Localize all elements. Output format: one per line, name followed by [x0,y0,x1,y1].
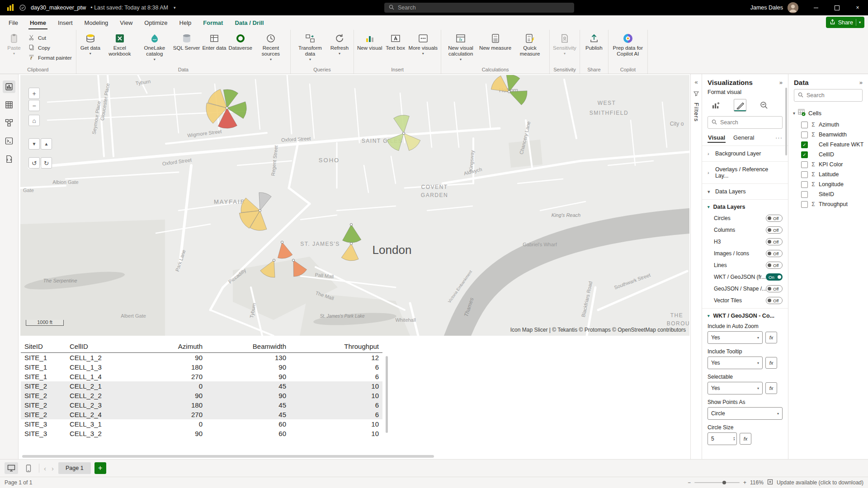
field-cell-feature-wkt[interactable]: ✓Cell Feature WKT [788,140,868,150]
ribbon-button-copy[interactable]: Copy [28,44,72,52]
field-cellid[interactable]: ✓CellID [788,150,868,160]
dropdown-show-points-as[interactable]: Circle▾ [708,407,783,420]
expand-filters-icon[interactable]: « [694,79,698,85]
zoom-out-icon[interactable]: − [688,479,691,486]
column-header-siteid[interactable]: SiteID [21,341,66,353]
table-row[interactable]: SITE_1CELL_1_4270906 [21,372,382,381]
toggle-geojson-shape[interactable]: Off [766,285,783,292]
table-scrollbar[interactable] [386,356,388,433]
column-header-azimuth[interactable]: Azimuth [134,341,206,353]
rotate-cw-button[interactable]: ↻ [41,157,52,169]
more-options-icon[interactable]: ··· [775,134,783,141]
visualizations-scrollbar[interactable] [785,88,787,155]
field-throughput[interactable]: ΣThroughput [788,199,868,209]
close-button[interactable]: × [847,0,868,15]
dropdown-include-in-auto-zoom[interactable]: Yes▾ [708,331,763,344]
ribbon-button-more-visuals[interactable]: More visuals▾ [408,31,439,56]
canvas-hscrollbar[interactable] [22,455,687,458]
prev-page-icon[interactable]: ‹ [43,465,47,472]
checkbox-latitude[interactable] [801,171,808,178]
collapse-data-icon[interactable]: » [859,79,863,86]
toggle-images-icons[interactable]: Off [766,250,783,257]
ribbon-button-excel-workbook[interactable]: Excel workbook [103,31,137,57]
pitch-down-button[interactable]: ▼ [28,138,40,150]
chevron-down-icon[interactable]: ▾ [793,111,795,116]
title-chevron-icon[interactable]: ▾ [174,5,176,10]
field-longitude[interactable]: ΣLongitude [788,179,868,189]
toggle-vector-tiles[interactable]: Off [766,297,783,304]
ribbon-button-onelake-catalog[interactable]: OneLake catalog▾ [137,31,172,62]
page-tab-1[interactable]: Page 1 [58,462,91,474]
tab-visual[interactable]: Visual [708,132,726,143]
section-overlays-reference-lay[interactable]: ›Overlays / Reference Lay... [702,162,788,184]
toggle-columns[interactable]: Off [766,226,783,234]
fit-to-page-icon[interactable] [767,479,773,486]
toggle-h3[interactable]: Off [766,238,783,245]
menu-tab-insert[interactable]: Insert [52,15,79,30]
dropdown-include-tooltip[interactable]: Yes▾ [708,357,763,369]
filters-pane-collapsed[interactable]: « Filters [690,74,702,459]
rotate-ccw-button[interactable]: ↺ [28,157,40,169]
field-latitude[interactable]: ΣLatitude [788,169,868,179]
menu-tab-home[interactable]: Home [24,15,52,30]
ribbon-button-get-data[interactable]: Get data▾ [79,31,102,56]
minimize-button[interactable] [806,0,826,15]
dropdown-selectable[interactable]: Yes▾ [708,382,763,394]
zoom-out-button[interactable]: − [28,100,40,111]
table-node-cells[interactable]: ▾ Cells [788,105,868,120]
field-kpi-color[interactable]: ΣKPI Color [788,160,868,169]
ribbon-button-paste[interactable]: Paste▾ [2,31,26,56]
titlebar-search[interactable]: Search [384,3,574,13]
field-azimuth[interactable]: ΣAzimuth [788,120,868,130]
checkbox-kpi-color[interactable] [801,161,808,168]
collapse-visualizations-icon[interactable]: » [779,79,783,86]
ribbon-button-prep-data-for-copilot-ai[interactable]: Prep data for Copilot AI [611,31,645,57]
update-available-link[interactable]: Update available (click to download) [777,479,863,486]
menu-tab-file[interactable]: File [3,15,24,30]
subsection-data-layers[interactable]: ▾Data Layers [702,200,788,212]
data-search[interactable]: Search [794,89,863,102]
zoom-in-icon[interactable]: + [743,479,746,486]
ribbon-button-enter-data[interactable]: Enter data [201,31,227,52]
avatar[interactable] [788,2,798,13]
table-row[interactable]: SITE_2CELL_2_3180456 [21,400,382,410]
add-page-button[interactable]: + [94,462,106,474]
column-header-cellid[interactable]: CellID [66,341,134,353]
table-row[interactable]: SITE_3CELL_3_2906010 [21,429,382,438]
fx-button-include-in-auto-zoom[interactable]: fx [765,332,777,343]
table-visual[interactable]: SiteIDCellIDAzimuthBeamwidthThroughputSI… [21,341,388,446]
reset-view-button[interactable]: ⌂ [28,115,40,126]
checkbox-azimuth[interactable] [801,122,808,128]
menu-tab-optimize[interactable]: Optimize [138,15,173,30]
tab-general[interactable]: General [733,132,755,143]
ribbon-button-text-box[interactable]: Text box [384,31,407,52]
table-row[interactable]: SITE_2CELL_2_4270456 [21,410,382,419]
ribbon-button-cut[interactable]: Cut [28,34,72,42]
column-header-beamwidth[interactable]: Beamwidth [206,341,290,353]
ribbon-button-sql-server[interactable]: SQL Server [172,31,201,52]
table-row[interactable]: SITE_1CELL_1_29013012 [21,353,382,363]
column-header-throughput[interactable]: Throughput [290,341,382,353]
pitch-up-button[interactable]: ▲ [41,138,52,150]
menu-tab-format[interactable]: Format [197,15,229,30]
zoom-in-button[interactable]: + [28,88,40,99]
checkbox-throughput[interactable] [801,201,808,208]
subsection-wkt-geojson-co[interactable]: ▾WKT / GeoJSON - Co... [702,308,788,321]
ribbon-button-publish[interactable]: Publish [582,31,606,52]
toggle-wkt-geojson-fr[interactable]: On [766,273,783,281]
table-row[interactable]: SITE_3CELL_3_106010 [21,419,382,429]
table-view-button[interactable] [3,99,15,111]
ribbon-button-new-measure[interactable]: New measure [478,31,512,52]
analytics-icon[interactable] [758,99,770,111]
ribbon-button-quick-measure[interactable]: Quick measure [513,31,547,57]
toggle-lines[interactable]: Off [766,262,783,269]
maximize-button[interactable] [826,0,847,15]
checkbox-longitude[interactable] [801,181,808,188]
map[interactable]: Gloucester PlaceTyburnSeymour PlaceWigmo… [20,75,689,336]
user-name[interactable]: James Dales [750,5,783,11]
tmdl-view-button[interactable] [3,153,15,165]
ribbon-button-new-visual[interactable]: New visual [356,31,383,52]
report-view-button[interactable] [3,80,15,93]
fx-button-selectable[interactable]: fx [765,382,777,394]
field-siteid[interactable]: SiteID [788,189,868,199]
